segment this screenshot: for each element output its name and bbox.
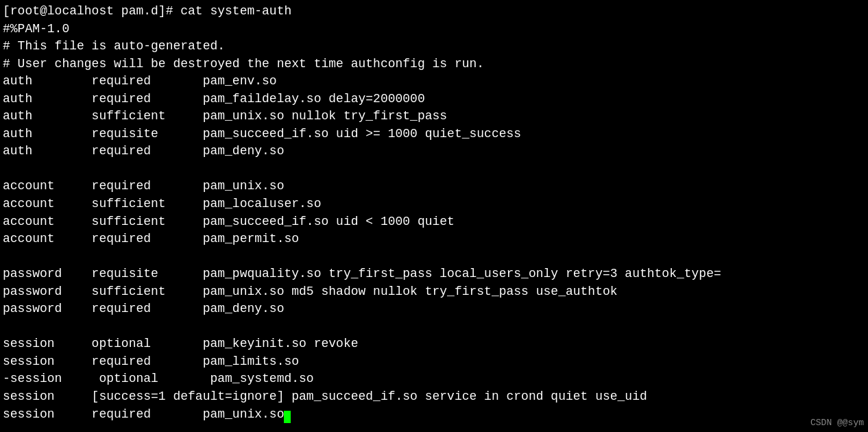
terminal-line: session required pam_unix.so	[3, 406, 865, 424]
terminal-line: password required pam_deny.so	[3, 300, 865, 318]
terminal-line: account required pam_unix.so	[3, 178, 865, 195]
terminal-line: account sufficient pam_localuser.so	[3, 195, 865, 213]
terminal-line	[3, 248, 865, 266]
terminal-line: auth required pam_env.so	[3, 73, 865, 91]
terminal-line: auth sufficient pam_unix.so nullok try_f…	[3, 108, 865, 125]
terminal-line: session [success=1 default=ignore] pam_s…	[3, 388, 865, 406]
terminal-line: account sufficient pam_succeed_if.so uid…	[3, 213, 865, 231]
terminal-line: # User changes will be destroyed the nex…	[3, 56, 865, 73]
terminal-window: [root@localhost pam.d]# cat system-auth#…	[0, 0, 868, 432]
watermark: CSDN @@sym	[810, 418, 864, 428]
cursor	[284, 411, 291, 423]
terminal-line: account required pam_permit.so	[3, 230, 865, 248]
terminal-line: auth required pam_deny.so	[3, 143, 865, 160]
terminal-line: #%PAM-1.0	[3, 21, 865, 38]
terminal-line: -session optional pam_systemd.so	[3, 370, 865, 388]
terminal-line: auth required pam_faildelay.so delay=200…	[3, 91, 865, 108]
terminal-line: [root@localhost pam.d]# cat system-auth	[3, 3, 865, 21]
terminal-line: password requisite pam_pwquality.so try_…	[3, 265, 865, 283]
terminal-line	[3, 160, 865, 178]
terminal-line: password sufficient pam_unix.so md5 shad…	[3, 283, 865, 301]
terminal-line: auth requisite pam_succeed_if.so uid >= …	[3, 125, 865, 143]
terminal-line	[3, 318, 865, 336]
terminal-line: session optional pam_keyinit.so revoke	[3, 335, 865, 353]
terminal-line: # This file is auto-generated.	[3, 38, 865, 56]
terminal-line: session required pam_limits.so	[3, 353, 865, 371]
